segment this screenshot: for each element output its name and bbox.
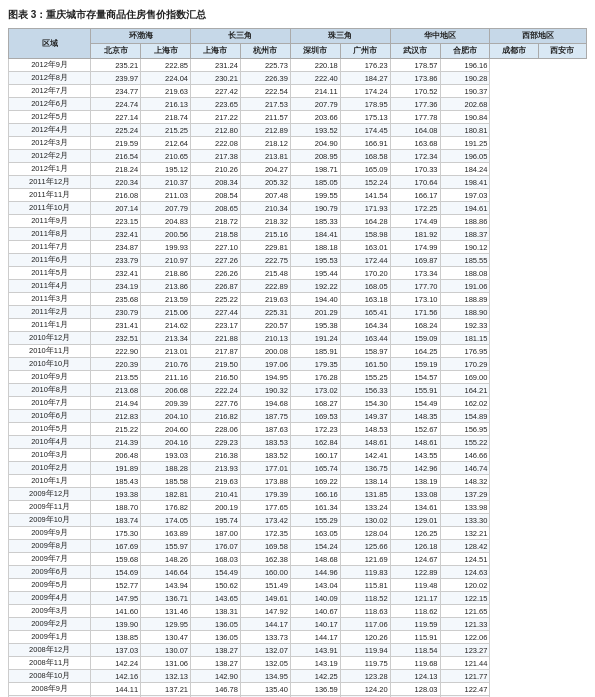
cell-value: 208.65 (191, 202, 241, 215)
cell-value: 235.68 (91, 293, 141, 306)
cell-value: 121.33 (440, 618, 490, 631)
cell-value: 195.12 (141, 163, 191, 176)
cell-value: 199.93 (141, 241, 191, 254)
cell-value: 207.48 (240, 189, 290, 202)
cell-value: 216.50 (191, 371, 241, 384)
cell-value: 180.81 (440, 124, 490, 137)
cell-value: 213.68 (91, 384, 141, 397)
cell-value: 124.13 (390, 670, 440, 683)
cell-value: 210.37 (141, 176, 191, 189)
cell-value: 192.22 (290, 280, 340, 293)
cell-value: 185.58 (141, 475, 191, 488)
cell-value: 144.17 (240, 618, 290, 631)
cell-value: 227.10 (191, 241, 241, 254)
cell-value: 195.44 (290, 267, 340, 280)
col-xian: 西安市 (538, 44, 586, 59)
cell-value: 234.19 (91, 280, 141, 293)
cell-value: 231.41 (91, 319, 141, 332)
cell-value: 179.35 (290, 358, 340, 371)
cell-value: 118.63 (340, 605, 390, 618)
cell-date: 2011年3月 (9, 293, 91, 306)
cell-value: 173.88 (240, 475, 290, 488)
cell-value: 195.74 (191, 514, 241, 527)
cell-value: 148.32 (440, 475, 490, 488)
cell-value: 139.90 (91, 618, 141, 631)
col-hefei: 合肥市 (440, 44, 490, 59)
cell-value: 162.02 (440, 397, 490, 410)
cell-value: 118.54 (390, 644, 440, 657)
cell-value: 176.07 (191, 540, 241, 553)
cell-value: 215.06 (141, 306, 191, 319)
cell-value: 210.13 (240, 332, 290, 345)
cell-value: 136.75 (340, 462, 390, 475)
cell-value: 131.85 (340, 488, 390, 501)
cell-value: 222.90 (91, 345, 141, 358)
table-row: 2009年5月152.77143.94150.62151.49143.04115… (9, 579, 587, 592)
cell-value: 234.87 (91, 241, 141, 254)
cell-value: 172.44 (340, 254, 390, 267)
cell-value: 151.49 (240, 579, 290, 592)
cell-value: 223.17 (191, 319, 241, 332)
header-sub-row: 北京市 上海市 上海市 杭州市 深圳市 广州市 武汉市 合肥市 成都市 西安市 (9, 44, 587, 59)
cell-value: 144.96 (290, 566, 340, 579)
cell-value: 190.79 (290, 202, 340, 215)
cell-value: 204.27 (240, 163, 290, 176)
table-row: 2009年12月193.38182.81210.41179.39166.1613… (9, 488, 587, 501)
cell-value: 178.95 (340, 98, 390, 111)
cell-value: 217.38 (191, 150, 241, 163)
col-wuhan: 武汉市 (390, 44, 440, 59)
col-beijing: 北京市 (91, 44, 141, 59)
table-row: 2012年3月219.59212.64222.08218.12204.90166… (9, 137, 587, 150)
cell-date: 2009年2月 (9, 618, 91, 631)
cell-value: 161.34 (290, 501, 340, 514)
cell-value: 190.12 (440, 241, 490, 254)
cell-value: 146.78 (191, 683, 241, 696)
cell-value: 188.89 (440, 293, 490, 306)
cell-value: 121.44 (440, 657, 490, 670)
cell-value: 204.10 (141, 410, 191, 423)
cell-date: 2012年9月 (9, 59, 91, 72)
cell-value: 225.73 (240, 59, 290, 72)
cell-date: 2010年7月 (9, 397, 91, 410)
cell-value: 190.28 (440, 72, 490, 85)
table-row: 2008年10月142.16132.13142.90134.95142.2512… (9, 670, 587, 683)
cell-value: 137.21 (141, 683, 191, 696)
cell-value: 176.95 (440, 345, 490, 358)
cell-value: 166.17 (390, 189, 440, 202)
cell-value: 134.61 (390, 501, 440, 514)
table-row: 2012年5月227.14218.74217.22211.57203.66175… (9, 111, 587, 124)
cell-value: 122.15 (440, 592, 490, 605)
cell-value: 168.58 (340, 150, 390, 163)
cell-date: 2011年12月 (9, 176, 91, 189)
cell-value: 200.08 (240, 345, 290, 358)
col-hangzhou: 杭州市 (240, 44, 290, 59)
table-body: 2012年9月235.21222.85231.24225.73220.18176… (9, 59, 587, 698)
table-row: 2010年3月206.48193.03216.38183.52160.17142… (9, 449, 587, 462)
cell-value: 155.29 (290, 514, 340, 527)
cell-value: 200.19 (191, 501, 241, 514)
cell-value: 191.24 (290, 332, 340, 345)
cell-value: 185.91 (290, 345, 340, 358)
cell-value: 171.93 (340, 202, 390, 215)
cell-date: 2010年12月 (9, 332, 91, 345)
cell-value: 187.63 (240, 423, 290, 436)
cell-value: 214.62 (141, 319, 191, 332)
cell-value: 204.83 (141, 215, 191, 228)
cell-date: 2010年1月 (9, 475, 91, 488)
cell-value: 235.21 (91, 59, 141, 72)
cell-value: 214.94 (91, 397, 141, 410)
cell-value: 136.59 (290, 683, 340, 696)
cell-value: 223.15 (91, 215, 141, 228)
cell-date: 2008年12月 (9, 644, 91, 657)
cell-value: 170.29 (440, 358, 490, 371)
cell-value: 126.18 (390, 540, 440, 553)
cell-value: 223.65 (191, 98, 241, 111)
cell-value: 168.05 (340, 280, 390, 293)
cell-value: 119.75 (340, 657, 390, 670)
table-row: 2011年11月216.08211.03208.54207.48199.5514… (9, 189, 587, 202)
table-row: 2009年1月138.85130.47136.05133.73144.17120… (9, 631, 587, 644)
cell-value: 146.64 (141, 566, 191, 579)
cell-value: 122.47 (440, 683, 490, 696)
cell-value: 216.82 (191, 410, 241, 423)
cell-date: 2011年4月 (9, 280, 91, 293)
